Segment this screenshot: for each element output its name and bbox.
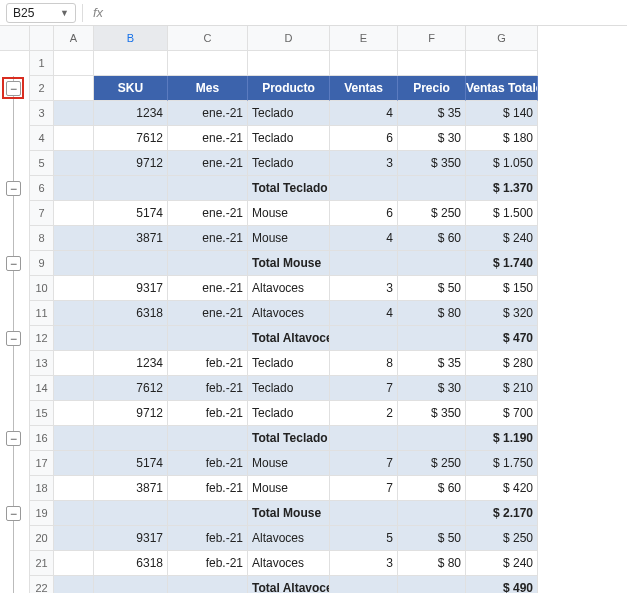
- table-header[interactable]: Ventas: [330, 76, 398, 101]
- group-collapse-button[interactable]: [6, 431, 21, 446]
- cell-sku[interactable]: 5174: [94, 451, 168, 476]
- cell[interactable]: [248, 51, 330, 76]
- cell[interactable]: [54, 176, 94, 201]
- cell-total[interactable]: $ 1.370: [466, 176, 538, 201]
- cell[interactable]: [54, 576, 94, 593]
- cell-mes[interactable]: feb.-21: [168, 451, 248, 476]
- cell-total[interactable]: $ 140: [466, 101, 538, 126]
- cell-mes[interactable]: ene.-21: [168, 276, 248, 301]
- cell-producto[interactable]: Teclado: [248, 376, 330, 401]
- cell-ventas[interactable]: [330, 576, 398, 593]
- cell-total[interactable]: $ 150: [466, 276, 538, 301]
- cell-sku[interactable]: 3871: [94, 226, 168, 251]
- cell[interactable]: [54, 376, 94, 401]
- row-header[interactable]: 20: [30, 526, 54, 551]
- cell-precio[interactable]: $ 50: [398, 276, 466, 301]
- cell-mes[interactable]: [168, 251, 248, 276]
- cell-producto[interactable]: Altavoces: [248, 551, 330, 576]
- cell-total[interactable]: $ 2.170: [466, 501, 538, 526]
- cell-sku[interactable]: 1234: [94, 351, 168, 376]
- cell-ventas[interactable]: [330, 426, 398, 451]
- cell-sku[interactable]: [94, 176, 168, 201]
- cell-ventas[interactable]: 3: [330, 276, 398, 301]
- cell-total[interactable]: $ 240: [466, 226, 538, 251]
- cell-producto[interactable]: Altavoces: [248, 301, 330, 326]
- cell-precio[interactable]: $ 80: [398, 301, 466, 326]
- cell[interactable]: [54, 101, 94, 126]
- cell-producto[interactable]: Total Altavoces: [248, 576, 330, 593]
- cell-precio[interactable]: $ 35: [398, 351, 466, 376]
- cell-total[interactable]: $ 210: [466, 376, 538, 401]
- cell[interactable]: [466, 51, 538, 76]
- row-header[interactable]: 1: [30, 51, 54, 76]
- table-header[interactable]: Ventas Totales: [466, 76, 538, 101]
- cell-mes[interactable]: [168, 326, 248, 351]
- cell-ventas[interactable]: 5: [330, 526, 398, 551]
- cell-sku[interactable]: 7612: [94, 126, 168, 151]
- cell-mes[interactable]: feb.-21: [168, 376, 248, 401]
- cell-producto[interactable]: Mouse: [248, 451, 330, 476]
- cell-mes[interactable]: [168, 576, 248, 593]
- group-collapse-button[interactable]: [6, 331, 21, 346]
- cell-producto[interactable]: Mouse: [248, 476, 330, 501]
- cell-sku[interactable]: [94, 576, 168, 593]
- spreadsheet-grid[interactable]: ABCDEFG12SKUMesProductoVentasPrecioVenta…: [0, 26, 627, 593]
- cell[interactable]: [54, 526, 94, 551]
- table-header[interactable]: SKU: [94, 76, 168, 101]
- row-header[interactable]: 19: [30, 501, 54, 526]
- cell[interactable]: [54, 126, 94, 151]
- cell-producto[interactable]: Total Altavoces: [248, 326, 330, 351]
- cell-precio[interactable]: $ 60: [398, 476, 466, 501]
- cell[interactable]: [54, 76, 94, 101]
- cell-producto[interactable]: Teclado: [248, 351, 330, 376]
- cell-sku[interactable]: 1234: [94, 101, 168, 126]
- row-header[interactable]: 2: [30, 76, 54, 101]
- cell[interactable]: [54, 401, 94, 426]
- group-collapse-button[interactable]: [6, 506, 21, 521]
- cell-producto[interactable]: Teclado: [248, 126, 330, 151]
- cell-producto[interactable]: Teclado: [248, 151, 330, 176]
- cell-ventas[interactable]: [330, 251, 398, 276]
- cell-producto[interactable]: Teclado: [248, 101, 330, 126]
- cell-mes[interactable]: [168, 501, 248, 526]
- cell-total[interactable]: $ 1.190: [466, 426, 538, 451]
- cell-precio[interactable]: [398, 176, 466, 201]
- cell-total[interactable]: $ 1.750: [466, 451, 538, 476]
- cell-precio[interactable]: [398, 501, 466, 526]
- cell-ventas[interactable]: 4: [330, 226, 398, 251]
- cell-ventas[interactable]: 2: [330, 401, 398, 426]
- cell-total[interactable]: $ 280: [466, 351, 538, 376]
- row-header[interactable]: 5: [30, 151, 54, 176]
- cell-precio[interactable]: [398, 576, 466, 593]
- cell-mes[interactable]: ene.-21: [168, 301, 248, 326]
- cell-sku[interactable]: 5174: [94, 201, 168, 226]
- cell[interactable]: [54, 351, 94, 376]
- column-header[interactable]: F: [398, 26, 466, 51]
- group-collapse-button[interactable]: [6, 81, 21, 96]
- row-header[interactable]: 16: [30, 426, 54, 451]
- column-header[interactable]: D: [248, 26, 330, 51]
- cell-precio[interactable]: $ 60: [398, 226, 466, 251]
- cell-total[interactable]: $ 420: [466, 476, 538, 501]
- cell-total[interactable]: $ 240: [466, 551, 538, 576]
- row-header[interactable]: 4: [30, 126, 54, 151]
- cell-sku[interactable]: 6318: [94, 301, 168, 326]
- cell-precio[interactable]: $ 350: [398, 151, 466, 176]
- column-header[interactable]: A: [54, 26, 94, 51]
- group-collapse-button[interactable]: [6, 256, 21, 271]
- cell-precio[interactable]: [398, 426, 466, 451]
- cell-total[interactable]: $ 1.050: [466, 151, 538, 176]
- cell-total[interactable]: $ 250: [466, 526, 538, 551]
- cell-sku[interactable]: 3871: [94, 476, 168, 501]
- cell-mes[interactable]: ene.-21: [168, 126, 248, 151]
- cell-total[interactable]: $ 320: [466, 301, 538, 326]
- cell-ventas[interactable]: 7: [330, 376, 398, 401]
- cell-precio[interactable]: [398, 326, 466, 351]
- cell-sku[interactable]: 9317: [94, 526, 168, 551]
- cell-producto[interactable]: Total Teclado: [248, 426, 330, 451]
- cell-precio[interactable]: $ 350: [398, 401, 466, 426]
- cell-ventas[interactable]: 4: [330, 101, 398, 126]
- cell-producto[interactable]: Teclado: [248, 401, 330, 426]
- cell-producto[interactable]: Altavoces: [248, 276, 330, 301]
- row-header[interactable]: 22: [30, 576, 54, 593]
